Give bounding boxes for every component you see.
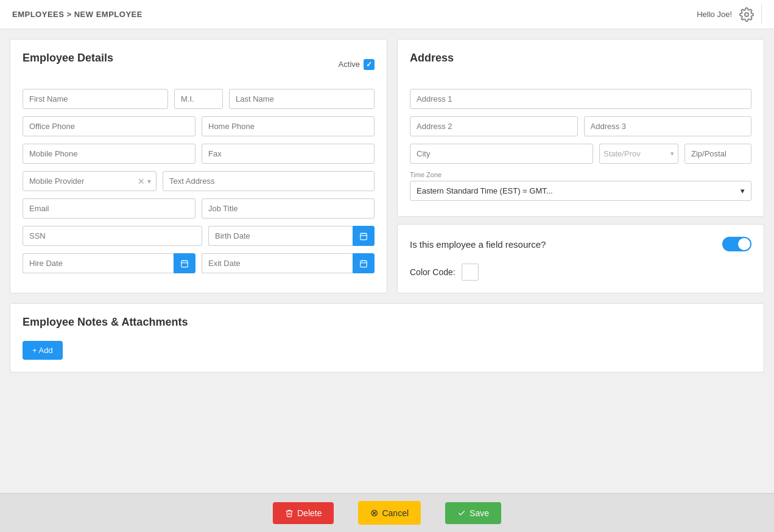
address-card: Address State/Prov [397,39,764,217]
field-resource-label: Is this employee a field resource? [410,239,546,250]
svg-point-0 [745,13,748,16]
timezone-chevron-icon: ▾ [741,186,745,195]
address-header: Address [410,52,751,77]
state-chevron-icon: ▾ [670,150,678,158]
color-code-picker[interactable] [462,264,479,281]
address2-input[interactable] [410,116,578,136]
text-address-input[interactable] [163,171,375,191]
hire-date-input[interactable] [23,253,174,273]
color-code-label: Color Code: [410,267,456,277]
header-divider [761,5,762,24]
employee-details-title: Employee Details [23,52,113,65]
birth-date-wrapper [208,226,375,246]
home-phone-input[interactable] [202,116,375,136]
state-dropdown[interactable]: State/Prov [600,144,670,163]
exit-date-input[interactable] [202,253,353,273]
office-phone-input[interactable] [23,116,195,136]
phone-row-2 [23,144,375,164]
add-note-button[interactable]: + Add [23,341,63,360]
fax-input[interactable] [202,144,375,164]
gear-icon[interactable] [739,7,754,22]
mobile-provider-select[interactable]: ✕ ▾ [23,171,157,191]
chevron-down-icon[interactable]: ▾ [147,177,151,186]
exit-date-calendar-button[interactable] [353,253,375,273]
employee-details-card: Employee Details Active [10,39,387,293]
email-jobtitle-row [23,198,375,219]
active-checkbox[interactable] [364,59,375,70]
city-state-zip-row: State/Prov ▾ [410,144,751,164]
zip-input[interactable] [684,144,751,164]
hire-date-wrapper [23,253,195,273]
header-right: Hello Joe! [697,5,762,24]
hello-text: Hello Joe! [697,10,732,19]
notes-card: Employee Notes & Attachments + Add [10,303,764,373]
birth-date-calendar-button[interactable] [353,226,375,246]
employee-details-header: Employee Details Active [23,52,375,77]
color-code-row: Color Code: [410,264,751,281]
select-icons: ✕ ▾ [138,177,156,186]
mobile-phone-input[interactable] [23,144,195,164]
first-name-input[interactable] [23,89,168,109]
job-title-input[interactable] [202,198,375,219]
hire-exit-row [23,253,375,273]
ssn-birthdate-row [23,226,375,246]
timezone-label: Time Zone [410,171,751,178]
clear-icon[interactable]: ✕ [138,177,145,186]
address23-row [410,116,751,136]
field-resource-toggle[interactable] [722,237,751,251]
active-section: Active [339,59,375,70]
provider-row: ✕ ▾ [23,171,375,191]
phone-row-1 [23,116,375,136]
ssn-input[interactable] [23,226,202,246]
timezone-section: Time Zone Eastern Standard Time (EST) = … [410,171,751,201]
field-resource-row: Is this employee a field resource? [410,237,751,251]
state-select[interactable]: State/Prov ▾ [599,144,678,164]
timezone-value: Eastern Standard Time (EST) = GMT... [417,186,741,195]
field-resource-card: Is this employee a field resource? Color… [397,224,764,293]
header: EMPLOYEES > NEW EMPLOYEE Hello Joe! [0,0,774,29]
birth-date-input[interactable] [208,226,353,246]
name-row [23,89,375,109]
address1-input[interactable] [410,89,751,109]
svg-rect-9 [361,261,367,267]
main-content: Employee Details Active [0,29,774,493]
svg-rect-1 [361,233,367,240]
exit-date-wrapper [202,253,375,273]
city-input[interactable] [410,144,593,164]
mi-input[interactable] [174,89,223,109]
hire-date-calendar-button[interactable] [174,253,195,273]
address3-input[interactable] [584,116,752,136]
mobile-provider-input[interactable] [23,172,138,191]
active-label-text: Active [339,60,360,69]
address1-row [410,89,751,109]
top-row: Employee Details Active [10,39,764,293]
email-input[interactable] [23,198,195,219]
notes-title: Employee Notes & Attachments [23,316,751,329]
timezone-select[interactable]: Eastern Standard Time (EST) = GMT... ▾ [410,181,751,201]
right-col: Address State/Prov [397,39,764,293]
breadcrumb: EMPLOYEES > NEW EMPLOYEE [12,10,142,19]
address-title: Address [410,52,454,65]
last-name-input[interactable] [229,89,375,109]
svg-rect-5 [181,261,188,267]
